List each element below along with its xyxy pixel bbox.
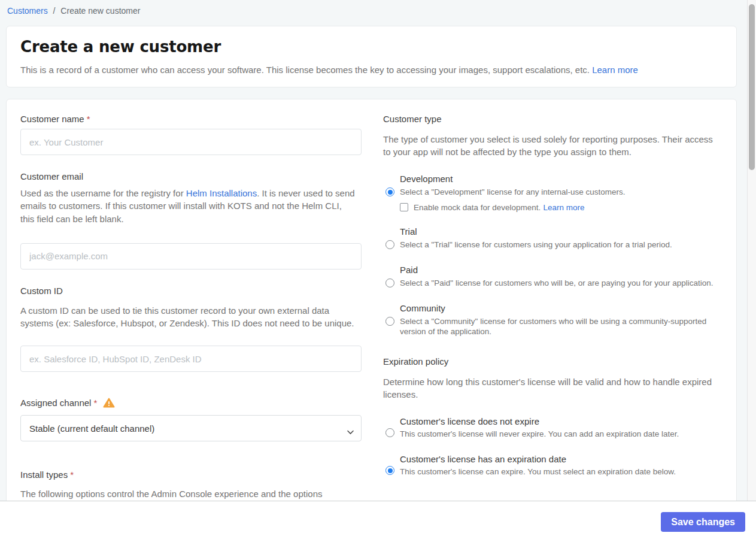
breadcrumb-separator: /: [53, 6, 56, 16]
required-asterisk: *: [93, 398, 97, 408]
option-title-paid: Paid: [400, 265, 718, 275]
expiration-option-has-date: Customer's license has an expiration dat…: [383, 454, 718, 477]
customer-name-label-text: Customer name: [20, 114, 84, 124]
create-customer-form: Customer name* Customer email Used as th…: [6, 99, 737, 524]
expiration-policy-heading: Expiration policy: [383, 356, 718, 367]
option-desc-community: Select a "Community" license for custome…: [400, 317, 718, 337]
breadcrumb-current: Create new customer: [60, 6, 140, 16]
mock-data-label: Enable mock data for development.: [414, 203, 541, 212]
expiration-policy-section: Expiration policy Determine how long thi…: [383, 356, 718, 477]
install-types-label: Install types*: [20, 470, 362, 480]
customer-type-description: The type of customer you select is used …: [383, 133, 716, 158]
customer-type-option-development: Development Select a "Development" licen…: [383, 174, 718, 212]
save-changes-button[interactable]: Save changes: [661, 512, 745, 532]
customer-name-label: Customer name*: [20, 114, 362, 124]
option-desc-development: Select a "Development" license for any i…: [400, 187, 718, 198]
customer-email-description: Used as the username for the registry fo…: [20, 187, 356, 225]
option-title-development: Development: [400, 174, 718, 184]
scrollbar-track[interactable]: [747, 0, 756, 506]
custom-id-description: A custom ID can be used to tie this cust…: [20, 304, 362, 330]
customer-type-heading: Customer type: [383, 114, 718, 124]
option-title-no-expire: Customer's license does not expire: [400, 416, 718, 426]
customer-email-label: Customer email: [20, 171, 362, 181]
customer-name-input[interactable]: [20, 129, 362, 155]
assigned-channel-label-row: Assigned channel*: [20, 398, 362, 408]
mock-data-row: Enable mock data for development. Learn …: [400, 203, 718, 212]
form-left-column: Customer name* Customer email Used as th…: [20, 114, 362, 509]
mock-data-learn-more-link[interactable]: Learn more: [543, 203, 584, 212]
assigned-channel-selected-value: Stable (current default channel): [29, 423, 154, 434]
assigned-channel-label-text: Assigned channel: [20, 398, 91, 408]
customer-email-input[interactable]: [20, 243, 362, 270]
radio-development[interactable]: [385, 187, 394, 196]
header-description-text: This is a record of a customer who can a…: [20, 65, 590, 75]
required-asterisk: *: [87, 114, 90, 124]
option-title-community: Community: [400, 303, 718, 313]
header-card: Create a new customer This is a record o…: [6, 26, 737, 87]
custom-id-label: Custom ID: [20, 286, 362, 296]
assigned-channel-label: Assigned channel*: [20, 398, 97, 408]
chevron-down-icon: [347, 426, 354, 437]
option-desc-paid: Select a "Paid" license for customers wh…: [400, 278, 718, 289]
radio-license-has-expiration[interactable]: [385, 466, 394, 475]
required-asterisk: *: [70, 470, 74, 480]
customer-type-option-trial: Trial Select a "Trial" license for custo…: [383, 226, 718, 250]
header-description: This is a record of a customer who can a…: [20, 65, 722, 75]
form-right-column: Customer type The type of customer you s…: [383, 114, 718, 509]
page-title: Create a new customer: [20, 38, 722, 56]
radio-paid[interactable]: [385, 278, 394, 287]
assigned-channel-select[interactable]: Stable (current default channel): [20, 415, 362, 441]
custom-id-input[interactable]: [20, 346, 362, 372]
option-desc-no-expire: This customer's license will never expir…: [400, 429, 718, 440]
radio-trial[interactable]: [385, 240, 394, 249]
install-types-label-text: Install types: [20, 470, 68, 480]
footer-bar: Save changes: [0, 501, 756, 542]
warning-triangle-icon: [103, 398, 115, 408]
option-title-trial: Trial: [400, 226, 718, 237]
expiration-option-no-expire: Customer's license does not expire This …: [383, 416, 718, 440]
radio-community[interactable]: [385, 317, 394, 326]
option-title-has-date: Customer's license has an expiration dat…: [400, 454, 718, 464]
customer-type-option-paid: Paid Select a "Paid" license for custome…: [383, 265, 718, 289]
breadcrumb: Customers / Create new customer: [7, 6, 140, 16]
expiration-policy-description: Determine how long this customer's licen…: [383, 376, 716, 401]
scrollbar-thumb[interactable]: [749, 4, 755, 170]
customer-type-option-community: Community Select a "Community" license f…: [383, 303, 718, 337]
helm-installations-link[interactable]: Helm Installations: [186, 188, 257, 198]
option-desc-has-date: This customer's license can expire. You …: [400, 467, 718, 477]
radio-license-does-not-expire[interactable]: [385, 428, 394, 437]
option-desc-trial: Select a "Trial" license for customers u…: [400, 240, 718, 250]
mock-data-checkbox[interactable]: [400, 203, 408, 211]
header-learn-more-link[interactable]: Learn more: [592, 65, 638, 75]
email-desc-before: Used as the username for the registry fo…: [20, 188, 186, 198]
breadcrumb-customers-link[interactable]: Customers: [7, 6, 48, 16]
